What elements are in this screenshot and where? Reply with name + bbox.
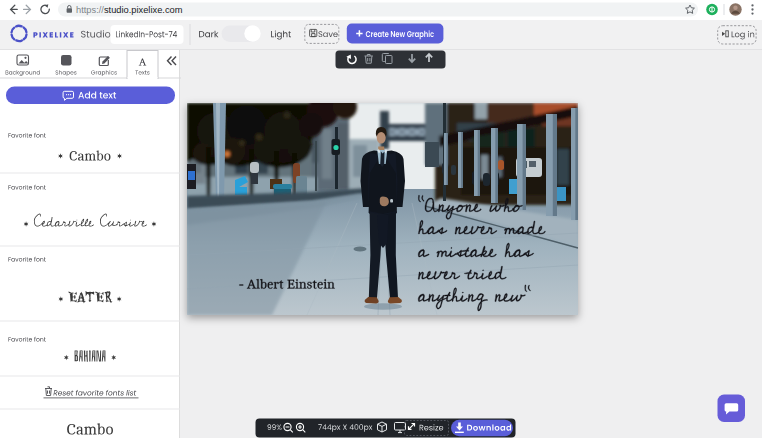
svg-text:https://studio.pixelixe.com: https://studio.pixelixe.com [76, 5, 183, 15]
